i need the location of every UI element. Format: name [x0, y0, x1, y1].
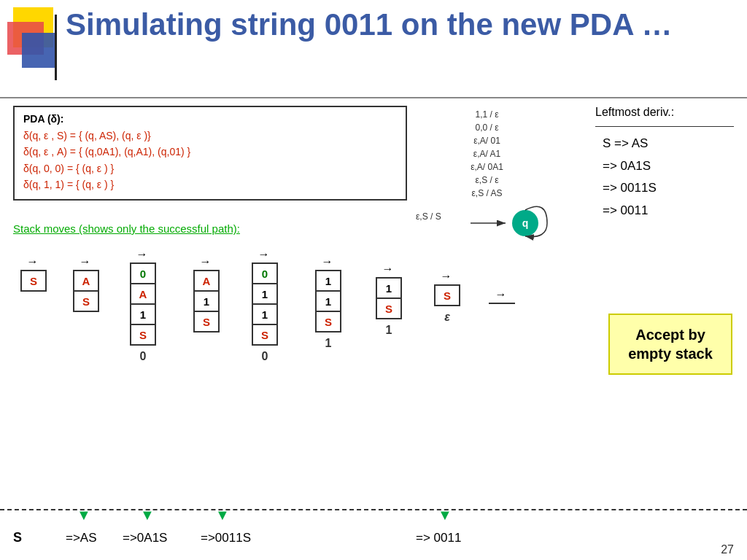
transition-7: ε,S / AS	[416, 187, 558, 200]
stack-cells-5: 0 1 1 S	[252, 262, 278, 346]
stack-arrow-4: →	[200, 255, 212, 268]
leftmost-step-2: => 0A1S	[603, 155, 734, 178]
pda-rule-3: δ(q, 0, 0) = { (q, ε ) }	[23, 160, 397, 176]
stack-cells-4: A 1 S	[193, 270, 220, 332]
transition-3: ε,A/ 01	[416, 134, 558, 147]
stack-cells-8: S	[434, 284, 460, 306]
pda-rule-4: δ(q, 1, 1) = { (q, ε ) }	[23, 176, 397, 192]
transition-5: ε,A/ 0A1	[416, 160, 558, 174]
stack-arrow-2: →	[80, 255, 91, 268]
cell-5-2: 1	[253, 283, 276, 303]
pda-title: PDA (δ):	[23, 113, 397, 125]
cell-4-1: A	[195, 270, 218, 290]
pda-rule-1: δ(q, ε , S) = { (q, AS), (q, ε )}	[23, 128, 397, 144]
stack-cells-7: 1 S	[376, 277, 402, 319]
cell-8-1: S	[436, 284, 459, 305]
transition-4: ε,A/ A1	[416, 147, 558, 160]
pda-rules: δ(q, ε , S) = { (q, AS), (q, ε )} δ(q, ε…	[23, 128, 397, 193]
transition-1: 1,1 / ε	[416, 108, 558, 121]
cell-5-3: 1	[253, 303, 276, 324]
accept-box: Accept by empty stack	[608, 314, 732, 375]
leftmost-steps: S => AS => 0A1S => 0011S => 0011	[595, 133, 734, 222]
leftmost-separator	[595, 126, 734, 127]
cell-6-3: S	[317, 311, 340, 331]
accept-line1: Accept by	[635, 327, 705, 343]
deriv-0a1s: =>0A1S	[123, 531, 167, 545]
cell-5-4: S	[253, 324, 276, 344]
stack-7: → 1 S 1	[376, 262, 402, 337]
stack-arrow-5: →	[258, 248, 270, 261]
cell-7-2: S	[377, 298, 400, 318]
stack-arrow-6: →	[322, 255, 333, 268]
down-arrow-3: ▼	[215, 507, 230, 524]
pda-rule-2: δ(q, ε , A) = { (q,0A1), (q,A1), (q,01) …	[23, 144, 397, 160]
stack-4: → A 1 S	[193, 255, 220, 332]
cell-5-1: 0	[253, 262, 276, 283]
page-number: 27	[721, 543, 734, 556]
transition-2: 0,0 / ε	[416, 121, 558, 134]
stack-arrow-7: →	[382, 262, 394, 276]
stack-8: → S ε	[434, 270, 460, 324]
cell-3-3: 1	[131, 303, 155, 324]
cell-7-1: 1	[377, 277, 400, 298]
stack-label-6: 1	[325, 337, 332, 350]
bottom-derivation-area: ▼ ▼ ▼ ▼ S =>AS =>0A1S =>0011S => 0011	[0, 508, 747, 551]
stack-arrow-9: →	[495, 288, 507, 301]
stack-cells-6: 1 1 S	[315, 270, 341, 332]
deriv-0011: => 0011	[416, 531, 461, 545]
cell-4-2: 1	[195, 290, 218, 311]
cell-3-2: A	[131, 283, 155, 303]
pda-curve-svg: q	[471, 203, 558, 243]
stack-cells-3: 0 A 1 S	[130, 262, 156, 346]
stack-cells-9	[489, 303, 515, 304]
leftmost-step-4: => 0011	[603, 200, 734, 222]
leftmost-title: Leftmost deriv.:	[595, 106, 734, 119]
deriv-as: =>AS	[66, 531, 97, 545]
stack-2: → A S	[73, 255, 99, 312]
down-arrow-4: ▼	[438, 507, 452, 524]
stack-9: →	[489, 288, 515, 304]
accept-line2: empty stack	[628, 346, 713, 362]
leftmost-box: Leftmost deriv.: S => AS => 0A1S => 0011…	[595, 106, 734, 222]
leftmost-step-3: => 0011S	[603, 177, 734, 200]
transition-6: ε,S / ε	[416, 174, 558, 187]
stack-label-5: 0	[262, 350, 268, 363]
stack-cells-1: S	[20, 270, 47, 292]
pda-transitions: 1,1 / ε 0,0 / ε ε,A/ 01 ε,A/ A1 ε,A/ 0A1…	[416, 108, 558, 200]
down-arrow-2: ▼	[140, 507, 155, 524]
cell-6-2: 1	[317, 290, 340, 311]
deco-blue	[22, 33, 57, 68]
stack-arrow-8: →	[441, 270, 452, 283]
stack-6: → 1 1 S 1	[315, 255, 341, 350]
cell-2-1: A	[74, 270, 98, 290]
deriv-s: S	[13, 530, 22, 545]
stack-cells-2: A S	[73, 270, 99, 312]
cell-2-2: S	[74, 290, 98, 311]
pda-box: PDA (δ): δ(q, ε , S) = { (q, AS), (q, ε …	[13, 106, 407, 201]
deriv-0011s: =>0011S	[201, 531, 251, 545]
stack-label-3: 0	[140, 350, 147, 363]
cell-1-1: S	[22, 270, 45, 290]
stack-1: → S	[20, 255, 47, 292]
stack-3: → 0 A 1 S 0	[130, 248, 156, 363]
self-loop-label: ε,S / S	[416, 211, 441, 222]
page-title: Simulating string 0011 on the new PDA …	[66, 7, 732, 42]
stack-label-7: 1	[386, 324, 392, 337]
leftmost-step-1: S => AS	[603, 133, 734, 155]
stack-arrow-3: →	[136, 248, 148, 261]
cell-3-1: 0	[131, 262, 155, 283]
cell-4-3: S	[195, 311, 218, 331]
svg-text:q: q	[522, 217, 529, 229]
pda-diagram: 1,1 / ε 0,0 / ε ε,A/ 01 ε,A/ A1 ε,A/ 0A1…	[416, 108, 558, 246]
stack-label-8: ε	[444, 311, 450, 324]
cell-3-4: S	[131, 324, 155, 344]
deco-line	[55, 15, 57, 80]
stack-arrow-1: →	[27, 255, 39, 268]
title-underline	[0, 97, 747, 98]
cell-6-1: 1	[317, 270, 340, 290]
stack-5: → 0 1 1 S 0	[252, 248, 278, 363]
stack-moves-label: Stack moves (shows only the successful p…	[13, 222, 240, 235]
down-arrow-1: ▼	[77, 507, 91, 524]
